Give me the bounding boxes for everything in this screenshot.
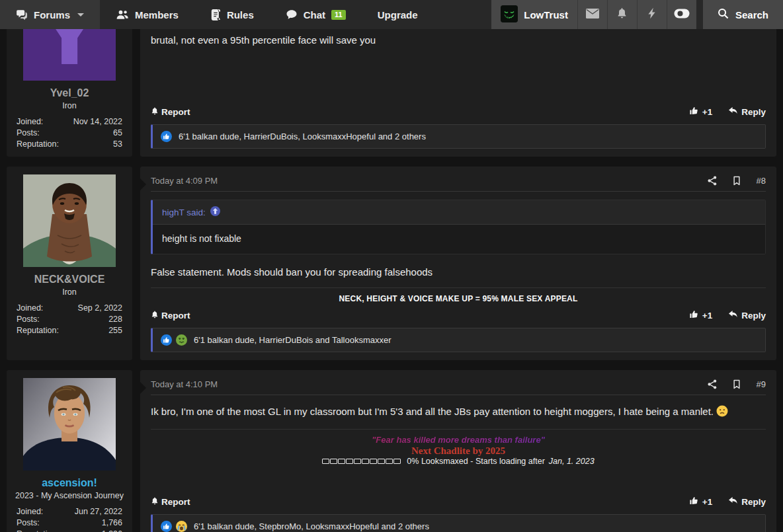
username: LowTrust: [524, 9, 568, 20]
bell-icon: [616, 7, 628, 22]
stat-value: Sep 2, 2022: [78, 303, 122, 314]
share-button[interactable]: [708, 176, 717, 186]
post-body: brutal, not even a 95th percentile face …: [151, 33, 766, 48]
stat-label: Joined:: [17, 303, 43, 314]
stat-value: 255: [108, 325, 122, 336]
alerts-button[interactable]: [607, 0, 637, 29]
stat-value: Jun 27, 2022: [75, 506, 122, 517]
goto-quoted-post-icon: [210, 206, 220, 218]
author-username[interactable]: Yvel_02: [50, 87, 89, 99]
post-actions: +1 Reply: [689, 106, 766, 118]
author-stats: Joined:Jun 27, 2022 Posts:1,766 Reputati…: [15, 506, 124, 532]
top-nav: Forums Members Rules Chat 11 Upgrade Low…: [0, 0, 783, 29]
nav-item-forums[interactable]: Forums: [0, 0, 100, 29]
signature-divider: [151, 287, 766, 288]
stat-value: 1,396: [102, 529, 122, 532]
stat-value: Nov 14, 2022: [73, 116, 122, 128]
nav-item-label: Rules: [227, 9, 254, 20]
reply-button[interactable]: Reply: [728, 310, 766, 321]
signature-quote: "Fear has killed more dreams than failur…: [151, 435, 766, 445]
thumbs-up-icon: [689, 309, 699, 321]
quote-text: height is not fixable: [153, 225, 765, 254]
report-bell-icon: [151, 496, 159, 508]
author-title: 2023 - My Ascension Journey: [15, 491, 124, 500]
post-header: Today at 4:09 PM #8: [151, 176, 766, 192]
progress-date: Jan, 1. 2023: [549, 456, 595, 467]
stat-label: Posts:: [17, 128, 40, 139]
like-emoji: [161, 131, 172, 142]
sick-emoji: [176, 334, 187, 346]
plus-one-button[interactable]: +1: [689, 309, 712, 321]
progress-text: 0% Looksmaxed - Starts loading after: [407, 456, 544, 467]
nav-item-rules[interactable]: Rules: [194, 0, 270, 29]
account-menu[interactable]: LowTrust: [491, 0, 577, 29]
stat-value: 65: [113, 128, 122, 139]
report-button[interactable]: Report: [151, 496, 190, 508]
stat-value: 1,766: [102, 517, 122, 529]
nav-item-upgrade[interactable]: Upgrade: [362, 0, 434, 29]
signature-divider: [151, 429, 766, 430]
reactions-bar[interactable]: 6'1 balkan dude, StepbroMo, LooksmaxxHop…: [151, 514, 766, 532]
messages-button[interactable]: [577, 0, 607, 29]
quote-attribution[interactable]: highT said:: [153, 200, 765, 225]
signature-goal: Next Chadlite by 2025: [151, 445, 766, 456]
reactions-bar[interactable]: 6'1 balkan dude, HarrierDuBois and Tallo…: [151, 328, 766, 352]
post-timestamp[interactable]: Today at 4:09 PM: [151, 176, 218, 186]
nav-item-members[interactable]: Members: [100, 0, 194, 29]
avatar[interactable]: [23, 378, 116, 471]
message-cell: Today at 4:09 PM #8 highT said: height i…: [140, 167, 776, 360]
search-icon: [718, 8, 729, 21]
chat-icon: [286, 9, 298, 20]
signature-progress: 0% Looksmaxed - Starts loading after Jan…: [151, 456, 766, 467]
stat-value: 228: [108, 314, 122, 325]
author-username[interactable]: ascension!: [42, 477, 97, 489]
reply-button[interactable]: Reply: [728, 106, 766, 117]
quick-actions-button[interactable]: [637, 0, 667, 29]
author-stats: Joined:Sep 2, 2022 Posts:228 Reputation:…: [15, 303, 124, 336]
progress-squares: [322, 456, 405, 467]
post-number-link[interactable]: #8: [757, 176, 766, 186]
portrait-avatar-image: [23, 378, 116, 471]
stat-label: Reputation:: [17, 325, 59, 336]
report-button[interactable]: Report: [151, 310, 190, 321]
report-button[interactable]: Report: [151, 106, 190, 118]
quote-block: highT said: height is not fixable: [151, 200, 766, 254]
author-stats: Joined:Nov 14, 2022 Posts:65 Reputation:…: [15, 116, 124, 150]
search-button[interactable]: Search: [703, 0, 783, 29]
author-rank: Iron: [62, 287, 77, 297]
reactions-text: 6'1 balkan dude, HarrierDuBois and Tallo…: [194, 335, 392, 345]
avatar[interactable]: [23, 174, 116, 267]
thread-posts: Y Yvel_02 Iron Joined:Nov 14, 2022 Posts…: [0, 0, 783, 532]
post-actions: +1 Reply: [689, 309, 766, 321]
nav-item-label: Upgrade: [378, 9, 418, 20]
theme-toggle-button[interactable]: [667, 0, 696, 29]
author-username[interactable]: NECK&VOICE: [34, 274, 105, 285]
reactions-bar[interactable]: 6'1 balkan dude, HarrierDuBois, Looksmax…: [151, 124, 766, 149]
report-bell-icon: [151, 106, 159, 118]
share-button[interactable]: [708, 379, 717, 389]
sob-emoji: [176, 521, 187, 532]
rules-icon: [210, 9, 221, 20]
bolt-icon: [647, 7, 656, 22]
message-cell: Today at 4:10 PM #9 Ik bro, I'm one of t…: [140, 370, 776, 532]
reply-button[interactable]: Reply: [728, 496, 766, 507]
plus-one-button[interactable]: +1: [689, 496, 712, 508]
author-rank: Iron: [62, 101, 77, 110]
mugshot-avatar-image: [23, 174, 116, 267]
chat-unread-badge: 11: [331, 10, 346, 20]
post-body: False statement. Mods should ban you for…: [151, 265, 766, 280]
stat-label: Reputation:: [17, 529, 59, 532]
nav-item-label: Chat: [304, 9, 325, 20]
plus-one-button[interactable]: +1: [689, 106, 712, 118]
post-timestamp[interactable]: Today at 4:10 PM: [151, 379, 218, 389]
reply-icon: [728, 106, 738, 117]
bookmark-button[interactable]: [733, 176, 741, 186]
signature: NECK, HEIGHT & VOICE MAKE UP = 95% MALE …: [151, 294, 766, 303]
post: ascension! 2023 - My Ascension Journey J…: [7, 370, 776, 532]
post: NECK&VOICE Iron Joined:Sep 2, 2022 Posts…: [7, 167, 776, 360]
nav-item-chat[interactable]: Chat 11: [270, 0, 362, 29]
envelope-icon: [586, 9, 599, 21]
bookmark-button[interactable]: [733, 379, 741, 389]
post-number-link[interactable]: #9: [757, 379, 766, 389]
post-footer: Report +1 Reply: [151, 496, 766, 508]
